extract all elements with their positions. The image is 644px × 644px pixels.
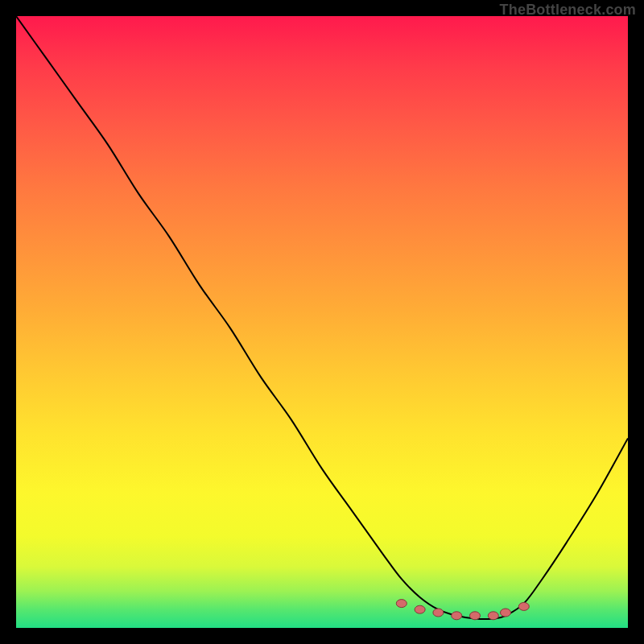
plot-area [16,16,628,628]
bottleneck-curve [16,16,628,628]
chart-frame: TheBottleneck.com [0,0,644,644]
curve-path [16,16,628,619]
